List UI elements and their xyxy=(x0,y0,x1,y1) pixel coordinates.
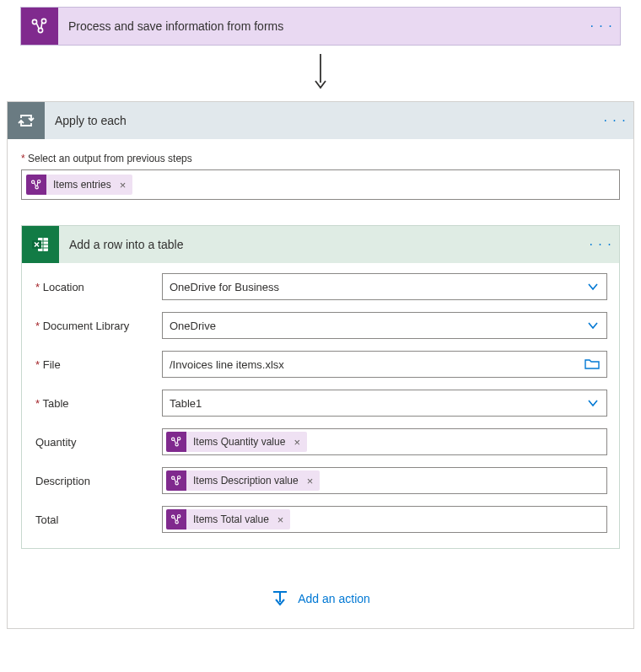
field-label: * Table xyxy=(34,397,162,410)
remove-token-button[interactable]: × xyxy=(276,513,291,526)
apply-to-each-card: Apply to each · · · * Select an output f… xyxy=(7,101,634,629)
svg-point-29 xyxy=(175,521,178,524)
svg-line-10 xyxy=(37,182,38,185)
apply-to-each-title: Apply to each xyxy=(45,114,596,127)
action-card-process-forms[interactable]: Process and save information from forms … xyxy=(20,7,621,46)
excel-action-title: Add a row into a table xyxy=(59,238,582,251)
add-action-icon xyxy=(271,589,289,608)
total-input[interactable]: Items Total value × xyxy=(162,506,607,533)
remove-token-button[interactable]: × xyxy=(118,179,133,191)
svg-line-30 xyxy=(175,518,176,521)
folder-icon xyxy=(584,358,600,371)
token-items-entries[interactable]: Items entries × xyxy=(26,175,132,195)
ai-builder-icon xyxy=(21,8,58,45)
table-value: Table1 xyxy=(170,397,586,410)
chevron-down-icon xyxy=(586,319,600,332)
select-output-label: * Select an output from previous steps xyxy=(21,153,620,164)
apply-to-each-header[interactable]: Apply to each · · · xyxy=(8,102,633,139)
excel-body: * Location OneDrive for Business * Docum… xyxy=(22,263,619,548)
remove-token-button[interactable]: × xyxy=(305,475,320,487)
field-label: Total xyxy=(34,513,162,526)
more-menu-button[interactable]: · · · xyxy=(583,8,620,45)
token-label: Items Total value xyxy=(186,513,276,525)
field-row-file: * File /Invoices line items.xlsx xyxy=(34,351,607,378)
field-label: * Document Library xyxy=(34,320,162,332)
token-quantity[interactable]: Items Quantity value × xyxy=(166,432,307,452)
field-row-table: * Table Table1 xyxy=(34,390,607,417)
svg-line-25 xyxy=(175,479,176,482)
field-row-description: Description Items Description value × xyxy=(34,467,607,494)
excel-add-row-card: Add a row into a table · · · * Location … xyxy=(21,225,620,549)
add-action-button[interactable]: Add an action xyxy=(21,589,620,608)
ai-builder-icon xyxy=(166,509,186,530)
document-library-dropdown[interactable]: OneDrive xyxy=(162,312,607,339)
svg-line-26 xyxy=(177,478,178,481)
field-row-quantity: Quantity Items Quantity value × xyxy=(34,428,607,455)
svg-line-9 xyxy=(35,183,36,186)
token-label: Items entries xyxy=(46,179,118,191)
svg-point-19 xyxy=(175,444,178,446)
svg-line-20 xyxy=(175,440,176,444)
location-value: OneDrive for Business xyxy=(170,281,586,293)
svg-line-4 xyxy=(41,23,42,29)
flow-arrow xyxy=(7,46,634,101)
svg-point-2 xyxy=(38,28,42,32)
select-output-label-text: Select an output from previous steps xyxy=(28,153,192,164)
field-label: Quantity xyxy=(34,436,162,449)
file-picker[interactable]: /Invoices line items.xlsx xyxy=(162,351,607,378)
field-row-total: Total Items Total value × xyxy=(34,506,607,533)
svg-line-31 xyxy=(177,517,178,520)
action-title: Process and save information from forms xyxy=(58,19,583,33)
more-menu-button[interactable]: · · · xyxy=(596,102,633,139)
excel-header[interactable]: Add a row into a table · · · xyxy=(22,226,619,263)
svg-line-21 xyxy=(177,439,178,443)
select-output-input[interactable]: Items entries × xyxy=(21,169,620,200)
remove-token-button[interactable]: × xyxy=(292,436,307,449)
ai-builder-icon xyxy=(166,470,186,491)
action-header: Process and save information from forms … xyxy=(21,8,620,45)
file-value: /Invoices line items.xlsx xyxy=(170,358,584,371)
loop-icon xyxy=(8,102,45,139)
table-dropdown[interactable]: Table1 xyxy=(162,390,607,417)
token-label: Items Description value xyxy=(186,475,305,487)
field-row-document-library: * Document Library OneDrive xyxy=(34,312,607,339)
svg-line-3 xyxy=(36,24,39,29)
svg-point-24 xyxy=(175,482,178,485)
excel-icon xyxy=(22,226,59,263)
field-row-location: * Location OneDrive for Business xyxy=(34,273,607,300)
field-label: * File xyxy=(34,358,162,371)
apply-to-each-body: * Select an output from previous steps I… xyxy=(8,139,633,628)
token-total[interactable]: Items Total value × xyxy=(166,509,290,530)
field-label: Description xyxy=(34,475,162,487)
chevron-down-icon xyxy=(586,396,600,410)
svg-point-8 xyxy=(35,186,38,189)
ai-builder-icon xyxy=(26,175,46,195)
chevron-down-icon xyxy=(586,280,600,293)
location-dropdown[interactable]: OneDrive for Business xyxy=(162,273,607,300)
add-action-label: Add an action xyxy=(298,592,370,605)
document-library-value: OneDrive xyxy=(170,320,586,332)
quantity-input[interactable]: Items Quantity value × xyxy=(162,428,607,455)
token-label: Items Quantity value xyxy=(186,436,292,448)
more-menu-button[interactable]: · · · xyxy=(582,226,619,263)
ai-builder-icon xyxy=(166,432,186,452)
field-label: * Location xyxy=(34,281,162,293)
description-input[interactable]: Items Description value × xyxy=(162,467,607,494)
token-description[interactable]: Items Description value × xyxy=(166,470,320,491)
